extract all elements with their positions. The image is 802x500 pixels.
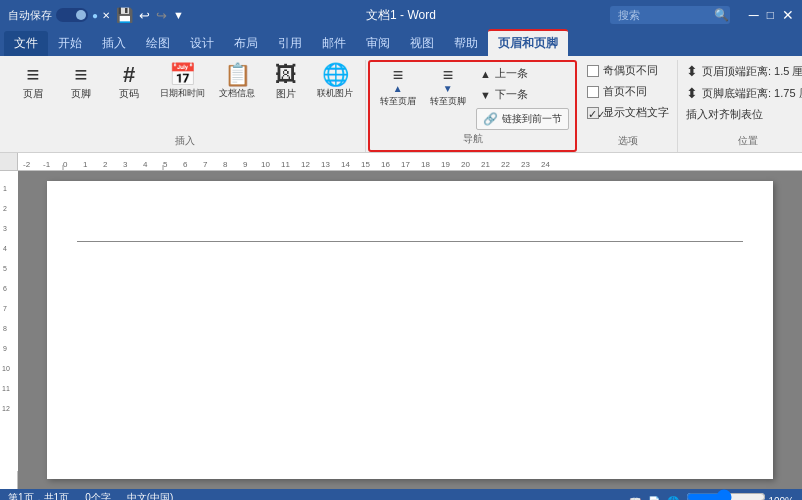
document-area: -2 -1 0 1 2 3 4 5 6 7 8 9 10 11 12 13 14	[0, 153, 802, 489]
svg-text:8: 8	[3, 325, 7, 332]
ruler-horizontal: -2 -1 0 1 2 3 4 5 6 7 8 9 10 11 12 13 14	[18, 153, 802, 171]
close-btn[interactable]: ✕	[782, 7, 794, 23]
insert-group: ≡ 页眉 ≡ 页脚 # 页码 📅 日期和时间 📋 文档信息 🖼 图片	[4, 60, 366, 152]
svg-text:6: 6	[183, 160, 188, 169]
options-group-label: 选项	[618, 132, 638, 148]
ruler-container: -2 -1 0 1 2 3 4 5 6 7 8 9 10 11 12 13 14	[0, 153, 802, 171]
status-bar: 第1页，共1页 0个字 中文(中国) 📖 📄 🌐 100%	[0, 489, 802, 500]
page-num-label: 页码	[119, 88, 139, 100]
save-icon[interactable]: 💾	[116, 7, 133, 23]
read-view-icon[interactable]: 📖	[629, 496, 641, 500]
odd-even-checkbox[interactable]	[587, 65, 599, 77]
prev-button[interactable]: ▲ 上一条	[476, 64, 569, 83]
goto-header-icon: ≡ ▲	[393, 66, 404, 94]
header-button[interactable]: ≡ 页眉	[12, 62, 54, 102]
word-page	[47, 181, 773, 479]
insert-align-item[interactable]: 插入对齐制表位	[686, 106, 802, 123]
svg-text:-2: -2	[23, 160, 31, 169]
page-num-icon: #	[123, 64, 135, 86]
svg-text:1: 1	[3, 185, 7, 192]
prev-icon: ▲	[480, 68, 491, 80]
first-page-checkbox[interactable]	[587, 86, 599, 98]
search-input[interactable]	[610, 6, 730, 24]
online-pic-label: 联机图片	[317, 88, 353, 99]
online-pic-button[interactable]: 🌐 联机图片	[313, 62, 357, 101]
tab-file[interactable]: 文件	[4, 31, 48, 56]
language: 中文(中国)	[127, 491, 174, 500]
datetime-icon: 📅	[169, 64, 196, 86]
position-group-label: 位置	[738, 132, 758, 148]
goto-footer-label: 转至页脚	[430, 96, 466, 107]
picture-button[interactable]: 🖼 图片	[265, 62, 307, 102]
ruler-v-svg: 1 2 3 4 5 6 7 8 9 10 11 12	[0, 171, 18, 471]
tab-home[interactable]: 开始	[48, 31, 92, 56]
tab-draw[interactable]: 绘图	[136, 31, 180, 56]
tab-review[interactable]: 审阅	[356, 31, 400, 56]
tab-header-footer[interactable]: 页眉和页脚	[488, 29, 568, 56]
page-top-space	[47, 181, 773, 241]
svg-rect-30	[0, 171, 18, 471]
footer-icon: ≡	[75, 64, 88, 86]
goto-header-button[interactable]: ≡ ▲ 转至页眉	[376, 64, 420, 109]
next-icon: ▼	[480, 89, 491, 101]
svg-text:3: 3	[123, 160, 128, 169]
link-prev-button[interactable]: 🔗 链接到前一节	[476, 108, 569, 130]
autosave-toggle[interactable]	[56, 8, 88, 22]
show-text-checkbox[interactable]: ✓	[587, 107, 599, 119]
header-top-icon: ⬍	[686, 63, 698, 79]
search-icon: 🔍	[714, 8, 729, 22]
doc-title: 文档1 - Word	[366, 7, 436, 24]
redo-icon[interactable]: ↪	[156, 8, 167, 23]
svg-text:24: 24	[541, 160, 550, 169]
svg-text:11: 11	[2, 385, 10, 392]
tab-layout[interactable]: 布局	[224, 31, 268, 56]
datetime-button[interactable]: 📅 日期和时间	[156, 62, 209, 101]
docinfo-button[interactable]: 📋 文档信息	[215, 62, 259, 101]
svg-text:13: 13	[321, 160, 330, 169]
tab-references[interactable]: 引用	[268, 31, 312, 56]
nav-group: ≡ ▲ 转至页眉 ≡ ▼ 转至页脚 ▲ 上一条 ▼ 下一条	[368, 60, 577, 152]
next-button[interactable]: ▼ 下一条	[476, 85, 569, 104]
nav-group-label: 导航	[463, 130, 483, 146]
next-label: 下一条	[495, 87, 528, 102]
svg-text:0: 0	[63, 160, 68, 169]
options-items: 奇偶页不同 首页不同 ✓ 显示文档文字	[587, 62, 669, 121]
header-label: 页眉	[23, 88, 43, 100]
page-body	[47, 258, 773, 479]
web-view-icon[interactable]: 🌐	[667, 496, 679, 500]
show-text-row[interactable]: ✓ 显示文档文字	[587, 104, 669, 121]
header-area[interactable]	[47, 242, 773, 258]
tab-help[interactable]: 帮助	[444, 31, 488, 56]
svg-text:15: 15	[361, 160, 370, 169]
picture-icon: 🖼	[275, 64, 297, 86]
page-num-button[interactable]: # 页码	[108, 62, 150, 102]
position-group-content: ⬍ 页眉顶端距离: 1.5 厘 ⬍ 页脚底端距离: 1.75 厘 插入对齐制表位	[686, 62, 802, 132]
tab-mailings[interactable]: 邮件	[312, 31, 356, 56]
svg-text:17: 17	[401, 160, 410, 169]
restore-btn[interactable]: □	[767, 8, 774, 22]
svg-text:1: 1	[83, 160, 88, 169]
svg-text:7: 7	[3, 305, 7, 312]
footer-button[interactable]: ≡ 页脚	[60, 62, 102, 102]
docinfo-label: 文档信息	[219, 88, 255, 99]
tab-insert[interactable]: 插入	[92, 31, 136, 56]
svg-text:22: 22	[501, 160, 510, 169]
options-group: 奇偶页不同 首页不同 ✓ 显示文档文字 选项	[579, 60, 678, 152]
docinfo-icon: 📋	[224, 64, 251, 86]
tab-design[interactable]: 设计	[180, 31, 224, 56]
footer-bottom-label: 页脚底端距离: 1.75 厘	[702, 86, 802, 101]
first-page-row[interactable]: 首页不同	[587, 83, 669, 100]
print-view-icon[interactable]: 📄	[648, 496, 660, 500]
undo-icon[interactable]: ↩	[139, 8, 150, 23]
minimize-btn[interactable]: ─	[749, 7, 759, 23]
odd-even-row[interactable]: 奇偶页不同	[587, 62, 669, 79]
autosave-area: 自动保存 ● ✕	[8, 8, 110, 23]
zoom-slider[interactable]	[686, 489, 766, 500]
more-icon[interactable]: ▼	[173, 9, 184, 21]
online-pic-icon: 🌐	[322, 64, 349, 86]
tab-view[interactable]: 视图	[400, 31, 444, 56]
options-group-content: 奇偶页不同 首页不同 ✓ 显示文档文字	[587, 62, 669, 132]
autosave-label: 自动保存	[8, 8, 52, 23]
header-top-label: 页眉顶端距离: 1.5 厘	[702, 64, 802, 79]
goto-footer-button[interactable]: ≡ ▼ 转至页脚	[426, 64, 470, 109]
